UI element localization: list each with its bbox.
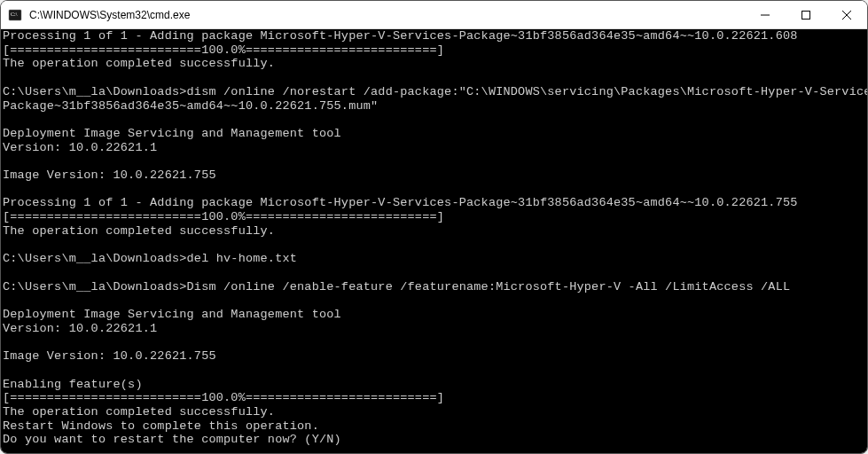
minimize-button[interactable] xyxy=(745,1,786,28)
close-button[interactable] xyxy=(826,1,867,28)
window-title: C:\WINDOWS\System32\cmd.exe xyxy=(29,9,745,21)
window-controls xyxy=(745,1,867,28)
svg-text:C:\: C:\ xyxy=(11,12,18,17)
maximize-button[interactable] xyxy=(786,1,826,28)
terminal-output[interactable]: Processing 1 of 1 - Adding package Micro… xyxy=(1,29,867,453)
titlebar[interactable]: C:\ C:\WINDOWS\System32\cmd.exe xyxy=(1,1,867,29)
cmd-icon: C:\ xyxy=(8,8,22,22)
cmd-window: C:\ C:\WINDOWS\System32\cmd.exe Processi… xyxy=(0,0,868,454)
svg-rect-3 xyxy=(802,11,810,19)
